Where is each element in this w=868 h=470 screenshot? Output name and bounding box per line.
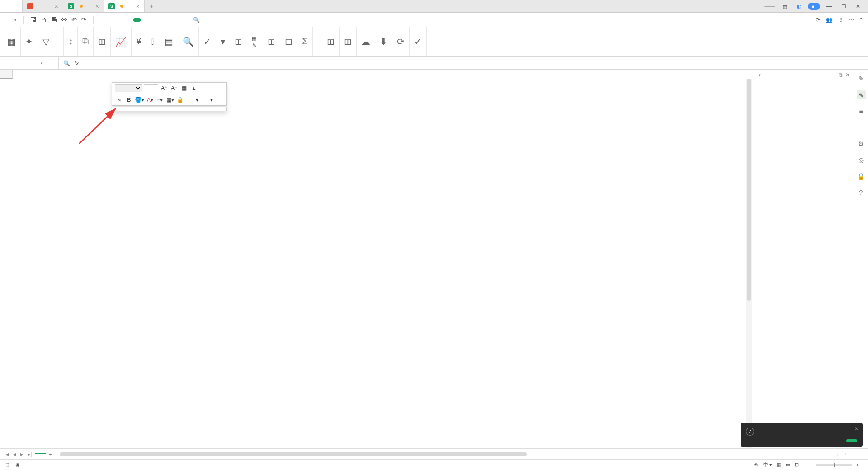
file-menu[interactable]: ▾ (10, 18, 19, 22)
menu-insert[interactable] (106, 18, 113, 22)
sheet-prev-icon[interactable]: ◂ (12, 451, 17, 457)
search-input[interactable] (203, 17, 239, 23)
collab-button[interactable]: 👥 (826, 17, 834, 23)
edit-icon[interactable]: ✎ (857, 74, 866, 83)
tab-workbook1[interactable]: S × (63, 0, 104, 12)
redo-icon[interactable]: ↷ (81, 16, 87, 24)
zoom-in-button[interactable]: + (856, 462, 859, 468)
merge-button[interactable] (186, 96, 194, 104)
new-tab-button[interactable]: + (145, 0, 158, 12)
close-icon[interactable]: × (95, 3, 99, 10)
spreadsheet-grid[interactable] (0, 70, 752, 448)
show-all-button[interactable] (845, 453, 853, 455)
menu-formula[interactable] (124, 18, 132, 22)
view-normal-icon[interactable]: ▦ (777, 462, 781, 468)
more-icon[interactable]: ⋯ (849, 17, 854, 23)
ribbon-ungroup[interactable]: ⊟ (280, 27, 297, 56)
sheet-last-icon[interactable]: ▸| (27, 451, 33, 457)
menu-start[interactable] (97, 18, 104, 22)
autosum-button[interactable] (200, 96, 208, 104)
font-select[interactable] (115, 84, 142, 92)
save-icon[interactable]: 🖫 (30, 16, 37, 24)
add-sheet-button[interactable]: + (49, 451, 52, 458)
bookmark-icon[interactable]: ▭ (857, 123, 866, 132)
help-icon[interactable]: ? (857, 188, 866, 197)
ribbon-dropdown[interactable]: ▾ (216, 27, 230, 56)
ribbon-fill[interactable]: ▤ (160, 27, 178, 56)
lock-icon[interactable]: 🔒 (176, 96, 184, 104)
view-page-icon[interactable]: ▭ (786, 462, 790, 468)
ribbon-subtotal[interactable]: Σ (297, 27, 312, 56)
fill-color-icon[interactable]: 🪣▾ (135, 96, 144, 104)
share-button[interactable]: ⇪ (839, 17, 844, 23)
decrease-font-icon[interactable]: A⁻ (170, 84, 178, 92)
eye-icon[interactable]: 👁 (754, 462, 759, 468)
align-icon[interactable]: ≡▾ (156, 96, 164, 104)
select-all-corner[interactable] (0, 70, 13, 79)
ribbon-sort[interactable]: ↕ (64, 27, 78, 56)
minimize-button[interactable]: — (824, 3, 835, 9)
menu-member[interactable] (170, 18, 177, 22)
hide-all-button[interactable] (857, 453, 864, 455)
zoom-out-button[interactable]: − (808, 462, 811, 468)
close-icon[interactable]: ✕ (845, 72, 850, 78)
tab-template[interactable]: × (23, 0, 63, 12)
menu-layout[interactable] (115, 18, 123, 22)
ribbon-pivot[interactable]: ▦ (3, 27, 21, 56)
ribbon-fund[interactable]: ¥ (132, 27, 146, 56)
menu-dev[interactable] (160, 18, 168, 22)
ribbon-validate[interactable]: ✓ (199, 27, 216, 56)
close-icon[interactable]: × (55, 3, 58, 10)
view-break-icon[interactable]: ⊞ (795, 462, 799, 468)
layers-icon[interactable]: ≡ (857, 107, 866, 116)
sheet-next-icon[interactable]: ▸ (19, 451, 24, 457)
location-icon[interactable]: ◎ (857, 155, 866, 164)
chevron-icon[interactable]: ⌃ (859, 17, 863, 23)
ime-icon[interactable]: 中 ▾ (763, 461, 772, 468)
skin-icon[interactable]: ◐ (793, 3, 804, 9)
ribbon-filter[interactable]: ▽ (38, 27, 54, 56)
ribbon-mergetable[interactable]: ⊞ (340, 27, 357, 56)
ribbon-refresh[interactable]: ⟳ (392, 27, 410, 56)
pin-icon[interactable]: ⧉ (839, 72, 843, 78)
sheet-tab[interactable] (35, 453, 46, 456)
font-color-icon[interactable]: A▾ (146, 96, 154, 104)
ribbon-stock[interactable]: 📈 (111, 27, 132, 56)
close-button[interactable]: ✕ (853, 3, 863, 9)
hamburger-icon[interactable]: ≡ (5, 16, 8, 24)
undo-icon[interactable]: ↶ (71, 16, 77, 24)
close-icon[interactable]: ✕ (854, 426, 859, 432)
command-search[interactable]: 🔍 (193, 17, 241, 23)
bold-icon[interactable]: B (125, 96, 133, 104)
accelerate-button[interactable] (846, 439, 857, 442)
copy-icon[interactable]: ⎘ (115, 96, 123, 104)
sheet-first-icon[interactable]: |◂ (4, 451, 9, 457)
font-size-input[interactable] (144, 84, 158, 92)
sum-icon[interactable]: Σ (190, 84, 198, 92)
menu-review[interactable] (142, 18, 150, 22)
vertical-scrollbar[interactable] (746, 79, 752, 448)
search-icon[interactable]: 🔍 (63, 60, 70, 66)
select-icon[interactable]: ⬉ (857, 90, 866, 99)
home-tab[interactable] (0, 0, 23, 12)
print-icon[interactable]: 🖶 (51, 16, 57, 24)
ribbon-cloud[interactable]: ☁ (357, 27, 375, 56)
temp-login-button[interactable]: ● (808, 3, 820, 10)
format-cells-icon[interactable]: ▦ (180, 84, 188, 92)
lock-icon[interactable]: 🔒 (857, 172, 866, 181)
ribbon-proof[interactable]: ✓ (410, 27, 427, 56)
status-mode-icon[interactable]: ⬚ (5, 462, 9, 468)
badge-icon[interactable] (764, 6, 775, 7)
ribbon-compare[interactable]: ⊞ (94, 27, 111, 56)
fx-icon[interactable]: fx (75, 60, 79, 66)
close-icon[interactable]: × (136, 3, 140, 10)
ribbon-split[interactable]: ⫿ (146, 27, 160, 56)
ribbon-import[interactable]: ⬇ (375, 27, 392, 56)
menu-view[interactable] (151, 18, 159, 22)
tab-workbook2[interactable]: S × (104, 0, 145, 12)
increase-font-icon[interactable]: A⁺ (160, 84, 168, 92)
settings-icon[interactable]: ⚙ (857, 139, 866, 148)
menu-data[interactable] (133, 18, 141, 22)
preview-icon[interactable]: 👁 (61, 16, 68, 24)
ribbon-whatif[interactable]: ▦ ✎ (247, 27, 263, 56)
